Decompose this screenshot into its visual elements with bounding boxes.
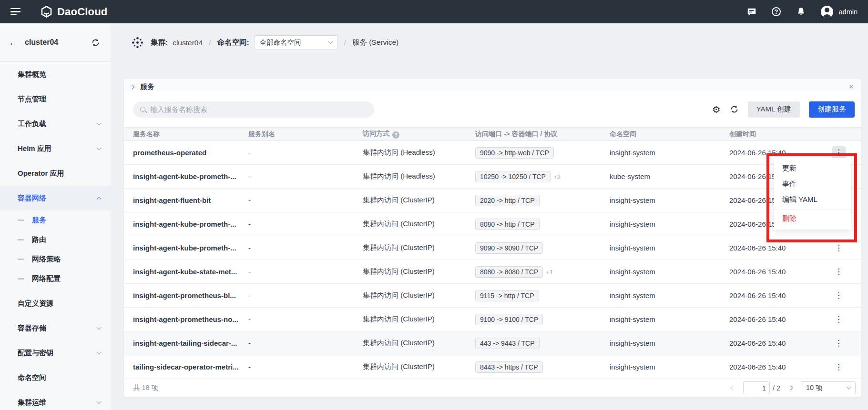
col-access-mode: 访问方式? [363, 128, 475, 141]
kebab-menu-icon[interactable]: ⋮ [832, 265, 846, 278]
page-size-value: 10 项 [806, 383, 823, 392]
context-menu-item-0[interactable]: 更新 [774, 160, 851, 176]
service-alias: - [248, 236, 363, 260]
sidebar-item-9[interactable]: 网络配置 [0, 269, 111, 289]
back-arrow-icon[interactable]: ← [9, 37, 18, 48]
table-row[interactable]: insight-agent-fluent-bit-集群内访问 (ClusterI… [124, 189, 861, 212]
kebab-menu-icon[interactable]: ⋮ [832, 241, 846, 254]
col-namespace: 命名空间 [610, 128, 729, 141]
help-icon[interactable]: ? [771, 7, 782, 17]
breadcrumb-cluster-value[interactable]: cluster04 [173, 39, 203, 47]
col-service-alias: 服务别名 [248, 128, 363, 141]
sidebar-item-8[interactable]: 网络策略 [0, 250, 111, 269]
service-alias: - [248, 260, 363, 284]
service-alias: - [248, 355, 363, 379]
namespace: insight-system [610, 284, 729, 308]
table-row[interactable]: insight-agent-kube-prometh-...-集群内访问 (Cl… [124, 236, 861, 260]
created-time: 2024-06-26 15:40 [729, 308, 832, 331]
sidebar-item-5[interactable]: 容器网络 [0, 186, 111, 210]
service-alias: - [248, 212, 363, 236]
hamburger-menu-icon[interactable] [10, 8, 21, 15]
table-row[interactable]: insight-agent-prometheus-bl...-集群内访问 (Cl… [124, 284, 861, 308]
context-menu-item-1[interactable]: 事件 [774, 176, 851, 192]
port-extra-count: +1 [546, 269, 553, 276]
table-row[interactable]: insight-agent-kube-state-met...-集群内访问 (C… [124, 260, 861, 284]
kebab-menu-icon[interactable]: ⋮ [832, 337, 846, 350]
port-chip: 8080 -> http / TCP [475, 219, 540, 230]
breadcrumb-namespace-label: 命名空间: [217, 38, 249, 48]
sidebar-item-14[interactable]: 集群运维 [0, 390, 111, 410]
access-mode: 集群内访问 (ClusterIP) [363, 236, 475, 260]
help-icon[interactable]: ? [392, 131, 399, 139]
sidebar-item-6[interactable]: 服务 [0, 210, 111, 230]
page-prev-icon[interactable] [729, 384, 736, 391]
table-row[interactable]: insight-agent-prometheus-no...-集群内访问 (Cl… [124, 308, 861, 331]
page-size-select[interactable]: 10 项 [801, 381, 856, 394]
pagination-bar: 共 18 项 / 2 10 项 [124, 379, 861, 397]
row-context-menu: 更新事件编辑 YAML删除 [774, 158, 851, 230]
table-row[interactable]: insight-agent-kube-prometh-...-集群内访问 (He… [124, 165, 861, 189]
create-service-button[interactable]: 创建服务 [809, 101, 855, 118]
sidebar-item-12[interactable]: 配置与密钥 [0, 340, 111, 365]
sidebar-item-11[interactable]: 容器存储 [0, 316, 111, 340]
table-row[interactable]: insight-agent-kube-prometh-...-集群内访问 (Cl… [124, 212, 861, 236]
sidebar-item-2[interactable]: 工作负载 [0, 111, 111, 136]
port-chip: 443 -> 9443 / TCP [475, 338, 540, 349]
page-total: / 2 [773, 384, 780, 392]
table-row[interactable]: tailing-sidecar-operator-metri...-集群内访问 … [124, 355, 861, 379]
sidebar-item-10[interactable]: 自定义资源 [0, 291, 111, 316]
sidebar-item-label: 网络策略 [32, 255, 61, 264]
page-number-input[interactable] [743, 381, 770, 394]
context-menu-item-2[interactable]: 编辑 YAML [774, 192, 851, 208]
chevron-down-icon [97, 325, 102, 330]
breadcrumb-page: 服务 (Service) [352, 38, 398, 48]
ports: 8080 -> http / TCP [475, 212, 610, 236]
kebab-menu-icon[interactable]: ⋮ [832, 313, 846, 326]
port-chip: 10250 -> 10250 / TCP [475, 171, 551, 182]
search-input[interactable] [150, 105, 367, 113]
table-row[interactable]: insight-agent-tailing-sidecar-...-集群内访问 … [124, 331, 861, 355]
context-menu-item-delete[interactable]: 删除 [774, 211, 851, 227]
message-icon[interactable] [746, 7, 757, 17]
service-name: insight-agent-prometheus-no... [124, 308, 248, 331]
services-table: 服务名称 服务别名 访问方式? 访问端口 -> 容器端口 / 协议 命名空间 创… [124, 127, 861, 379]
sidebar-item-4[interactable]: Operator 应用 [0, 161, 111, 186]
ports: 9090 -> 9090 / TCP [475, 236, 610, 260]
namespace: insight-system [610, 331, 729, 355]
access-mode: 集群内访问 (ClusterIP) [363, 308, 475, 331]
user-avatar[interactable] [821, 6, 833, 18]
actions: ⋮ [832, 331, 861, 355]
page-next-icon[interactable] [787, 384, 794, 391]
close-icon[interactable]: × [848, 82, 854, 91]
username[interactable]: admin [839, 8, 858, 16]
sidebar-item-label: 容器网络 [18, 194, 46, 203]
col-created: 创建时间 [729, 128, 832, 141]
yaml-create-button[interactable]: YAML 创建 [748, 101, 800, 118]
port-chip: 9090 -> http-web / TCP [475, 147, 554, 159]
search-box[interactable] [133, 101, 374, 118]
service-alias: - [248, 308, 363, 331]
gear-icon[interactable]: ⚙ [712, 104, 721, 115]
annotation-highlight-box: 更新事件编辑 YAML删除 [766, 153, 857, 242]
cluster-switch-icon[interactable] [91, 38, 100, 47]
sidebar-item-1[interactable]: 节点管理 [0, 87, 111, 111]
refresh-icon[interactable] [730, 105, 739, 114]
top-navbar: DaoCloud ? admin [0, 0, 868, 23]
sidebar-item-3[interactable]: Helm 应用 [0, 136, 111, 161]
access-mode: 集群内访问 (ClusterIP) [363, 189, 475, 212]
access-mode: 集群内访问 (Headless) [363, 165, 475, 189]
sidebar-item-7[interactable]: 路由 [0, 230, 111, 250]
kebab-menu-icon[interactable]: ⋮ [832, 360, 846, 373]
created-time: 2024-06-26 15:40 [729, 331, 832, 355]
brand-logo[interactable]: DaoCloud [40, 5, 107, 18]
namespace: insight-system [610, 260, 729, 284]
sidebar-item-13[interactable]: 命名空间 [0, 365, 111, 390]
namespace-select[interactable]: 全部命名空间 [254, 35, 338, 50]
kebab-menu-icon[interactable]: ⋮ [832, 289, 846, 302]
sidebar-item-label: 路由 [32, 235, 46, 244]
table-row[interactable]: prometheus-operated-集群内访问 (Headless)9090… [124, 141, 861, 165]
sidebar-item-0[interactable]: 集群概览 [0, 62, 111, 87]
notification-bell-icon[interactable] [796, 7, 807, 17]
access-mode: 集群内访问 (ClusterIP) [363, 284, 475, 308]
sidebar-item-label: 集群运维 [18, 398, 46, 407]
